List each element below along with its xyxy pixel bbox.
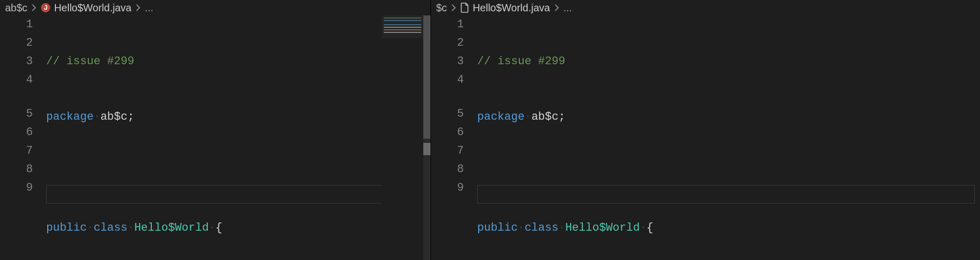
whitespace: ·: [93, 108, 100, 126]
line-number: 5: [431, 105, 464, 123]
line-number: 6: [431, 123, 464, 142]
breadcrumb-file[interactable]: Hello$World.java: [473, 2, 550, 14]
line-number: 9: [431, 179, 464, 197]
comment-token: // issue #299: [46, 52, 134, 71]
line-number: 4: [0, 71, 33, 89]
classname-token: Hello$World: [134, 219, 209, 237]
punct-token: {: [646, 219, 653, 237]
code-line[interactable]: package·ab$c;: [46, 108, 430, 126]
breadcrumb-folder[interactable]: $c: [436, 2, 447, 14]
line-number: 4: [431, 71, 464, 89]
keyword-token: class: [93, 219, 127, 237]
codelens-gutter-spacer: [431, 89, 464, 105]
keyword-token: class: [524, 219, 558, 237]
identifier-token: ab$c: [101, 108, 128, 126]
line-number-gutter: 1 2 3 4 5 6 7 8 9: [0, 15, 46, 260]
code-editor[interactable]: 1 2 3 4 5 6 7 8 9 // issue #299 package·…: [431, 15, 980, 260]
codelens-gutter-spacer: [0, 89, 33, 105]
current-line-highlight: [477, 185, 975, 203]
code-line[interactable]: public·class·Hello$World·{: [477, 219, 980, 237]
line-number: 8: [0, 160, 33, 179]
line-number: 2: [0, 34, 33, 52]
code-line[interactable]: package·ab$c;: [477, 108, 980, 126]
breadcrumb-folder[interactable]: ab$c: [5, 2, 27, 14]
scrollbar-thumb[interactable]: [423, 143, 430, 155]
identifier-token: ab$c: [532, 108, 559, 126]
whitespace: ·: [518, 219, 524, 237]
editor-pane-right: $c Hello$World.java ... 1 2 3 4 5 6 7 8 …: [431, 0, 980, 260]
keyword-token: public: [46, 219, 87, 237]
line-number: 5: [0, 105, 33, 123]
line-number: 1: [431, 15, 464, 34]
line-number: 3: [431, 52, 464, 71]
punct-token: {: [215, 219, 222, 237]
line-number: 8: [431, 160, 464, 179]
file-icon: [460, 3, 469, 13]
java-file-icon: J: [41, 3, 51, 13]
editor-pane-left: ab$c J Hello$World.java ... 1 2 3 4 5 6 …: [0, 0, 431, 260]
code-line[interactable]: // issue #299: [477, 52, 980, 71]
whitespace: ·: [127, 219, 134, 237]
line-number: 7: [0, 142, 33, 160]
code-line[interactable]: public·class·Hello$World·{: [46, 219, 430, 237]
breadcrumbs[interactable]: $c Hello$World.java ...: [431, 0, 980, 15]
whitespace: ·: [558, 219, 565, 237]
keyword-token: package: [477, 108, 524, 126]
scrollbar-thumb[interactable]: [423, 15, 430, 139]
breadcrumb-more[interactable]: ...: [563, 2, 572, 14]
keyword-token: public: [477, 219, 518, 237]
whitespace: ·: [209, 219, 215, 237]
whitespace: ·: [640, 219, 646, 237]
code-line[interactable]: [477, 163, 980, 182]
chevron-right-icon: [31, 4, 36, 11]
keyword-token: package: [46, 108, 93, 126]
classname-token: Hello$World: [565, 219, 640, 237]
line-number: 1: [0, 15, 33, 34]
code-content[interactable]: // issue #299 package·ab$c; public·class…: [46, 15, 430, 260]
current-line-highlight: [46, 185, 425, 203]
breadcrumb-file[interactable]: Hello$World.java: [54, 2, 131, 14]
whitespace: ·: [87, 219, 93, 237]
code-content[interactable]: // issue #299 package·ab$c; public·class…: [477, 15, 980, 260]
line-number-gutter: 1 2 3 4 5 6 7 8 9: [431, 15, 477, 260]
line-number: 3: [0, 52, 33, 71]
code-line[interactable]: // issue #299: [46, 52, 430, 71]
line-number: 6: [0, 123, 33, 142]
breadcrumb-more[interactable]: ...: [145, 2, 153, 14]
punct-token: ;: [558, 108, 565, 126]
svg-text:J: J: [44, 4, 48, 11]
whitespace: ·: [524, 108, 531, 126]
chevron-right-icon: [451, 4, 456, 11]
line-number: 7: [431, 142, 464, 160]
code-line[interactable]: [46, 163, 430, 182]
line-number: 2: [431, 34, 464, 52]
punct-token: ;: [127, 108, 134, 126]
code-editor[interactable]: 1 2 3 4 5 6 7 8 9 // issue #299 package·…: [0, 15, 430, 260]
line-number: 9: [0, 179, 33, 197]
vertical-scrollbar[interactable]: [423, 15, 430, 260]
breadcrumbs[interactable]: ab$c J Hello$World.java ...: [0, 0, 430, 15]
comment-token: // issue #299: [477, 52, 565, 71]
chevron-right-icon: [135, 4, 141, 11]
chevron-right-icon: [554, 4, 559, 11]
